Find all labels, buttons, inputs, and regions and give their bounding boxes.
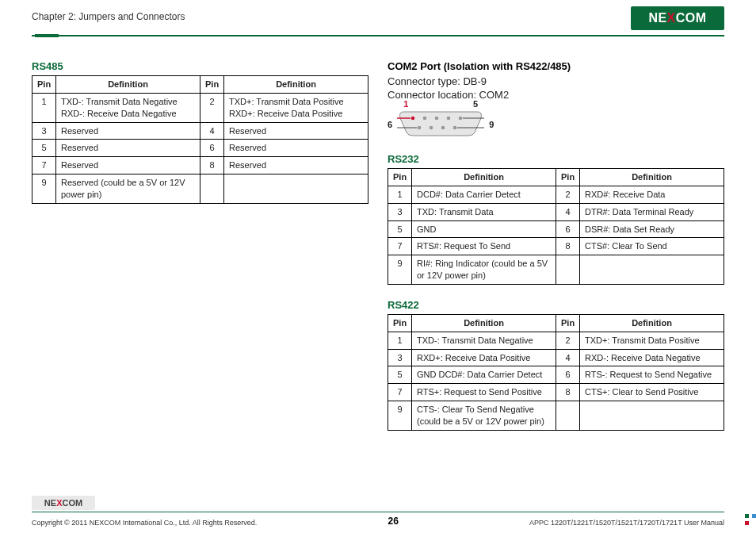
svg-point-1: [423, 117, 427, 121]
rs422-th-def-b: Definition: [580, 314, 724, 332]
db9-label-1: 1: [403, 99, 408, 109]
rs485-th-pin-a: Pin: [32, 76, 56, 94]
rs422-tbody: 1TXD-: Transmit Data Negative2TXD+: Tran…: [388, 332, 724, 430]
table-row: 1TXD-: Transmit Data Negative2TXD+: Tran…: [388, 332, 724, 349]
pin-cell: 3: [388, 349, 412, 366]
pin-cell: 7: [388, 384, 412, 401]
brand-logo: NEXCOM: [631, 6, 724, 30]
definition-cell: [224, 174, 368, 204]
definition-cell: Reserved: [56, 140, 200, 157]
definition-cell: GND DCD#: Data Carrier Detect: [412, 366, 556, 384]
right-column: COM2 Port (Isolation with RS422/485) Con…: [388, 60, 724, 445]
definition-cell: RXD#: Receive Data: [580, 186, 724, 203]
table-row: 9RI#: Ring Indicator (could be a 5V or 1…: [388, 255, 724, 285]
table-row: 1DCD#: Data Carrier Detect2RXD#: Receive…: [388, 186, 724, 203]
header-rule: [0, 30, 756, 36]
pin-cell: [556, 255, 580, 285]
rs422-th-pin-b: Pin: [556, 314, 580, 332]
connector-type: Connector type: DB-9: [388, 75, 724, 87]
definition-cell: CTS+: Clear to Send Positive: [580, 384, 724, 401]
pin-cell: 4: [200, 122, 224, 140]
footer-logo-com: COM: [62, 498, 82, 508]
pin-cell: 2: [556, 186, 580, 203]
left-column: RS485 Pin Definition Pin Definition 1TXD…: [32, 60, 368, 445]
rs422-th-pin-a: Pin: [388, 314, 412, 332]
rs485-th-def-b: Definition: [224, 76, 368, 94]
pin-cell: 5: [32, 140, 56, 157]
rs232-block: RS232 Pin Definition Pin Definition 1DCD…: [388, 153, 724, 285]
rs485-th-def-a: Definition: [56, 76, 200, 94]
page-footer: NEXCOM Copyright © 2011 NEXCOM Internati…: [0, 496, 756, 533]
footer-logo-ne: NE: [44, 498, 56, 508]
page-header: Chapter 2: Jumpers and Connectors NEXCOM: [0, 0, 756, 30]
definition-cell: RTS+: Request to Send Positive: [412, 384, 556, 401]
svg-point-0: [411, 117, 415, 121]
pin-cell: 3: [388, 203, 412, 220]
rs422-block: RS422 Pin Definition Pin Definition 1TXD…: [388, 299, 724, 431]
table-row: 5GND6DSR#: Data Set Ready: [388, 220, 724, 238]
db9-label-5: 5: [473, 99, 478, 109]
logo-text-ne: NE: [648, 11, 666, 25]
svg-point-8: [453, 126, 457, 130]
rs232-title: RS232: [388, 153, 724, 165]
definition-cell: Reserved: [56, 157, 200, 174]
definition-cell: CTS#: Clear To Send: [580, 238, 724, 255]
pin-cell: 4: [556, 203, 580, 220]
pin-cell: 8: [556, 384, 580, 401]
pin-cell: 8: [200, 157, 224, 174]
table-row: 5Reserved6Reserved: [32, 140, 368, 157]
definition-cell: TXD+: Transmit Data Positive: [580, 332, 724, 349]
definition-cell: TXD: Transmit Data: [412, 203, 556, 220]
db9-diagram: 6 1 5: [388, 107, 724, 142]
table-row: 7Reserved8Reserved: [32, 157, 368, 174]
rs422-th-def-a: Definition: [412, 314, 556, 332]
definition-cell: DCD#: Data Carrier Detect: [412, 186, 556, 203]
pin-cell: 1: [388, 186, 412, 203]
pin-cell: 7: [32, 157, 56, 174]
rs485-title: RS485: [32, 60, 368, 72]
table-row: 7RTS#: Request To Send8CTS#: Clear To Se…: [388, 238, 724, 255]
table-row: 3RXD+: Receive Data Positive4RXD-: Recei…: [388, 349, 724, 366]
pin-cell: 6: [556, 220, 580, 238]
definition-cell: GND: [412, 220, 556, 238]
page-body: RS485 Pin Definition Pin Definition 1TXD…: [0, 36, 756, 445]
db9-label-6: 6: [388, 120, 392, 129]
definition-cell: [580, 255, 724, 285]
com2-port-title: COM2 Port (Isolation with RS422/485): [388, 60, 724, 72]
definition-cell: RXD+: Receive Data Positive: [412, 349, 556, 366]
definition-cell: Reserved (could be a 5V or 12V power pin…: [56, 174, 200, 204]
table-row: 1TXD-: Transmit Data Negative RXD-: Rece…: [32, 93, 368, 122]
chapter-title: Chapter 2: Jumpers and Connectors: [32, 6, 185, 22]
definition-cell: RXD-: Receive Data Negative: [580, 349, 724, 366]
definition-cell: [580, 401, 724, 431]
definition-cell: RTS-: Request to Send Negative: [580, 366, 724, 384]
rs485-tbody: 1TXD-: Transmit Data Negative RXD-: Rece…: [32, 93, 368, 203]
definition-cell: TXD+: Transmit Data Positive RXD+: Recei…: [224, 93, 368, 122]
svg-point-5: [418, 126, 422, 130]
pin-cell: 9: [388, 255, 412, 285]
table-row: 3Reserved4Reserved: [32, 122, 368, 140]
svg-point-2: [435, 117, 439, 121]
rs232-th-def-a: Definition: [412, 169, 556, 186]
footer-logo-x: X: [56, 498, 62, 508]
pin-cell: 4: [556, 349, 580, 366]
table-row: 9CTS-: Clear To Send Negative (could be …: [388, 401, 724, 431]
pin-cell: 9: [388, 401, 412, 431]
definition-cell: Reserved: [56, 122, 200, 140]
svg-point-4: [459, 117, 463, 121]
footer-logo: NEXCOM: [32, 496, 95, 510]
footer-ornament-icon: [745, 514, 756, 525]
rs485-table: Pin Definition Pin Definition 1TXD-: Tra…: [32, 75, 368, 204]
table-row: 5GND DCD#: Data Carrier Detect6RTS-: Req…: [388, 366, 724, 384]
rs232-th-pin-b: Pin: [556, 169, 580, 186]
definition-cell: DTR#: Data Terminal Ready: [580, 203, 724, 220]
logo-text-com: COM: [676, 11, 707, 25]
logo-text-x: X: [667, 11, 676, 25]
pin-cell: 8: [556, 238, 580, 255]
definition-cell: DSR#: Data Set Ready: [580, 220, 724, 238]
rs422-table: Pin Definition Pin Definition 1TXD-: Tra…: [388, 314, 724, 431]
pin-cell: 3: [32, 122, 56, 140]
rs232-th-pin-a: Pin: [388, 169, 412, 186]
definition-cell: Reserved: [224, 157, 368, 174]
connector-location: Connector location: COM2: [388, 89, 724, 101]
